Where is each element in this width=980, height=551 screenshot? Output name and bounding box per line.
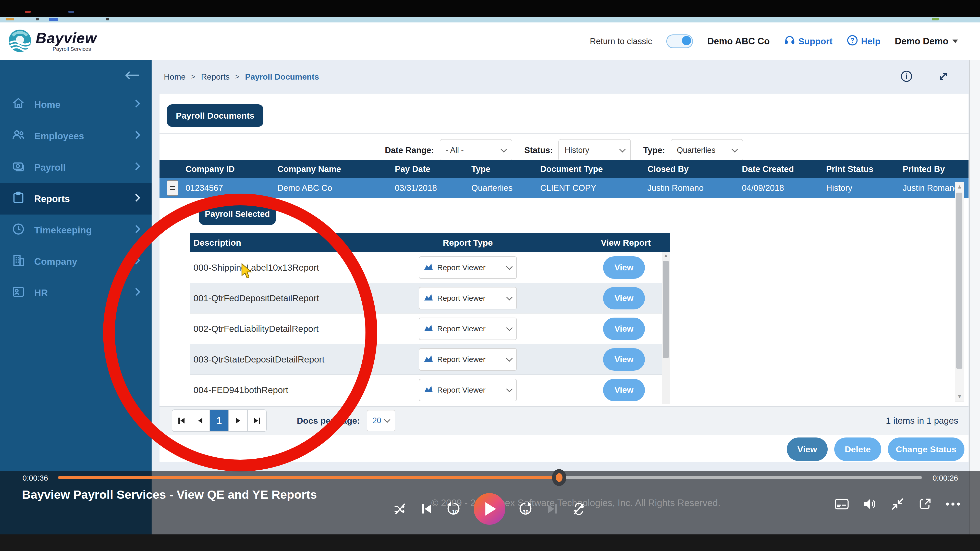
report-type-select[interactable]: Report Viewer — [419, 379, 517, 401]
scrollbar-thumb[interactable] — [663, 261, 669, 358]
chevron-down-icon — [732, 146, 738, 152]
next-page-button[interactable] — [229, 410, 248, 431]
report-type-select[interactable]: Report Viewer — [419, 287, 517, 310]
rewind-10-icon[interactable]: 10 — [446, 502, 461, 516]
cell-date-created: 04/09/2018 — [739, 178, 823, 198]
report-row: 004-FED941bothReport Report Viewer View — [190, 375, 670, 405]
documents-table: Company ID Company Name Pay Date Type Do… — [159, 160, 969, 198]
filter-date-range: Date Range: - All - — [385, 139, 512, 162]
filter-type: Type: Quarterlies — [643, 139, 743, 162]
page-tools — [900, 70, 980, 84]
sidebar-item-label: Home — [34, 100, 60, 110]
sidebar-item-home[interactable]: Home — [0, 89, 151, 121]
report-description: 001-QtrFedDepositDetailReport — [190, 293, 405, 303]
sidebar-item-timekeeping[interactable]: Timekeeping — [0, 214, 151, 246]
date-range-select[interactable]: - All - — [440, 139, 512, 162]
docs-per-page-label: Docs per Page: — [297, 416, 360, 426]
play-button[interactable] — [474, 493, 505, 525]
sidebar-item-employees[interactable]: Employees — [0, 121, 151, 152]
table-scrollbar[interactable]: ▲ ▼ — [955, 182, 964, 402]
collapse-row-icon[interactable] — [167, 180, 178, 196]
sidebar-item-hr[interactable]: HR — [0, 277, 151, 309]
view-report-button[interactable]: View — [603, 379, 645, 401]
divider — [159, 133, 969, 134]
breadcrumb-separator: > — [235, 73, 239, 81]
scroll-down-icon[interactable]: ▼ — [955, 392, 964, 400]
view-report-button[interactable]: View — [603, 318, 645, 340]
tab-payroll-documents[interactable]: Payroll Documents — [167, 104, 263, 127]
column-header: Report Type — [405, 238, 530, 248]
skip-forward-amount: 30 — [522, 509, 528, 515]
exit-fullscreen-icon[interactable] — [891, 497, 904, 511]
report-type-select[interactable]: Report Viewer — [419, 318, 517, 340]
video-frame: Bayview Payroll Services Return to class… — [0, 0, 980, 551]
headset-icon — [784, 35, 795, 48]
sidebar-item-label: HR — [34, 288, 48, 299]
skip-back-amount: 10 — [452, 509, 458, 515]
filter-status: Status: History — [525, 139, 631, 162]
building-icon — [12, 254, 25, 269]
view-report-button[interactable]: View — [603, 256, 645, 279]
page-number-button[interactable]: 1 — [210, 410, 229, 431]
playhead-handle[interactable] — [552, 469, 566, 486]
delete-button[interactable]: Delete — [834, 437, 881, 461]
sidebar-item-company[interactable]: Company — [0, 246, 151, 277]
chevron-down-icon — [506, 355, 512, 362]
chevron-down-icon — [506, 324, 512, 331]
report-type-value: Report Viewer — [437, 263, 503, 272]
volume-icon[interactable] — [862, 498, 877, 510]
last-page-button[interactable] — [248, 410, 266, 431]
support-link[interactable]: Support — [784, 35, 832, 48]
next-track-icon[interactable] — [546, 502, 559, 516]
shuffle-off-icon[interactable] — [393, 502, 407, 516]
report-type-select[interactable]: Report Viewer — [419, 348, 517, 371]
first-page-button[interactable] — [172, 410, 191, 431]
document-row-selected[interactable]: 01234567 Demo ABC Co 03/31/2018 Quarterl… — [159, 178, 969, 198]
captions-icon[interactable] — [835, 499, 849, 510]
status-select[interactable]: History — [558, 139, 631, 162]
column-header: Print Status — [823, 160, 900, 178]
view-button[interactable]: View — [787, 437, 828, 461]
docs-per-page-select[interactable]: 20 — [367, 410, 395, 431]
breadcrumb-row: Home > Reports > Payroll Documents — [151, 60, 980, 94]
home-icon — [12, 97, 25, 113]
change-status-button[interactable]: Change Status — [888, 437, 964, 461]
sidebar-item-reports[interactable]: Reports — [0, 183, 151, 214]
type-label: Type: — [643, 145, 665, 155]
page-scroll-gutter[interactable] — [969, 60, 980, 534]
type-select[interactable]: Quarterlies — [671, 139, 743, 162]
scroll-up-icon[interactable]: ▲ — [662, 253, 670, 258]
breadcrumb-home[interactable]: Home — [164, 72, 186, 82]
column-header: Pay Date — [392, 160, 468, 178]
view-report-button[interactable]: View — [603, 287, 645, 310]
scrollbar-thumb[interactable] — [956, 192, 963, 368]
reports-scrollbar[interactable]: ▲ — [662, 252, 670, 404]
previous-page-button[interactable] — [191, 410, 210, 431]
collapse-sidebar-arrow-icon[interactable] — [124, 70, 140, 82]
classic-toggle[interactable] — [667, 35, 693, 48]
report-type-value: Report Viewer — [437, 324, 503, 333]
pop-out-icon[interactable] — [918, 497, 932, 511]
view-report-button[interactable]: View — [603, 348, 645, 371]
chevron-down-icon — [384, 416, 390, 423]
forward-30-icon[interactable]: 30 — [518, 502, 533, 516]
payroll-selected-button[interactable]: Payroll Selected — [199, 203, 276, 225]
scroll-up-icon[interactable]: ▲ — [955, 183, 964, 191]
breadcrumb-reports[interactable]: Reports — [201, 72, 230, 82]
report-type-select[interactable]: Report Viewer — [419, 256, 517, 279]
expand-icon[interactable] — [937, 70, 950, 84]
column-header: Type — [468, 160, 537, 178]
previous-track-icon[interactable] — [420, 502, 433, 516]
progress-bar[interactable] — [58, 476, 922, 479]
repeat-off-icon[interactable] — [572, 502, 586, 516]
breadcrumb-current: Payroll Documents — [245, 72, 319, 82]
filters-row: Date Range: - All - Status: History — [159, 138, 969, 163]
help-link[interactable]: ? Help — [847, 35, 880, 48]
cell-type: Quarterlies — [468, 178, 537, 198]
chevron-down-icon — [506, 386, 512, 392]
sidebar-item-payroll[interactable]: Payroll — [0, 152, 151, 183]
artifact-speck — [68, 11, 74, 13]
info-icon[interactable] — [900, 70, 913, 83]
user-menu[interactable]: Demo Demo — [895, 36, 958, 47]
more-options-icon[interactable] — [946, 503, 960, 506]
